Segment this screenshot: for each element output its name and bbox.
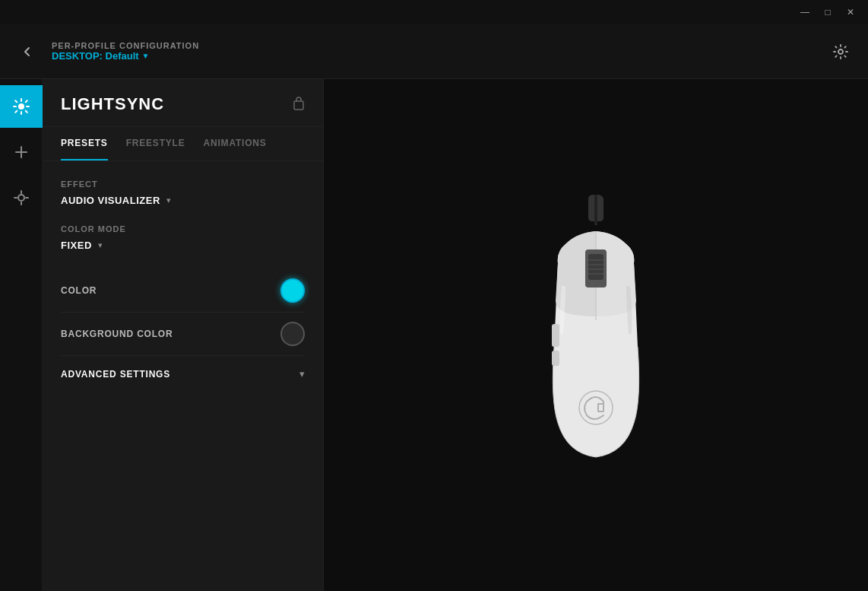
color-mode-arrow-icon: ▾: [98, 240, 103, 250]
panel-content: EFFECT AUDIO VISUALIZER ▾ COLOR MODE FIX…: [43, 161, 323, 591]
tab-freestyle[interactable]: FREESTYLE: [126, 127, 185, 160]
effect-label: EFFECT: [61, 180, 305, 189]
svg-point-0: [838, 49, 843, 54]
tabs: PRESETS FREESTYLE ANIMATIONS: [43, 127, 323, 161]
content: LIGHTSYNC PRESETS FREESTYLE ANIMATIONS E…: [0, 79, 868, 591]
chevron-down-icon: ▼: [142, 52, 150, 60]
effect-arrow-icon: ▾: [166, 195, 171, 205]
svg-rect-17: [552, 324, 559, 347]
color-label: COLOR: [61, 285, 97, 296]
color-mode-label: COLOR MODE: [61, 224, 305, 234]
app: PER-PROFILE CONFIGURATION DESKTOP: Defau…: [0, 24, 868, 591]
sidebar-item-dpi[interactable]: [0, 176, 43, 219]
icon-sidebar: [0, 79, 43, 591]
minimize-button[interactable]: —: [794, 5, 816, 20]
advanced-settings-row[interactable]: ADVANCED SETTINGS ▾: [61, 356, 305, 392]
header: PER-PROFILE CONFIGURATION DESKTOP: Defau…: [0, 24, 868, 79]
svg-rect-9: [294, 101, 303, 110]
color-row: COLOR: [61, 269, 305, 313]
profile-selector[interactable]: DESKTOP: Default ▼: [52, 50, 816, 62]
effect-dropdown[interactable]: AUDIO VISUALIZER ▾: [61, 195, 305, 206]
panel: LIGHTSYNC PRESETS FREESTYLE ANIMATIONS E…: [43, 79, 324, 591]
maximize-button[interactable]: □: [816, 5, 839, 20]
header-info: PER-PROFILE CONFIGURATION DESKTOP: Defau…: [52, 41, 816, 62]
background-color-swatch[interactable]: [280, 322, 305, 346]
svg-point-1: [18, 103, 24, 110]
color-mode-dropdown[interactable]: FIXED ▾: [61, 240, 305, 251]
main-view: [324, 79, 868, 591]
background-color-row: BACKGROUND COLOR: [61, 313, 305, 356]
titlebar: — □ ✕: [0, 0, 868, 24]
close-button[interactable]: ✕: [839, 5, 862, 20]
back-button[interactable]: [15, 40, 40, 64]
panel-title: LIGHTSYNC: [61, 94, 164, 114]
color-swatch[interactable]: [280, 278, 305, 303]
header-title: PER-PROFILE CONFIGURATION: [52, 41, 816, 50]
svg-point-4: [18, 195, 24, 201]
advanced-arrow-icon: ▾: [299, 368, 305, 380]
mouse-preview: [512, 195, 680, 476]
svg-rect-12: [588, 254, 603, 280]
settings-button[interactable]: [828, 40, 853, 64]
panel-header: LIGHTSYNC: [43, 79, 323, 127]
sidebar-item-add[interactable]: [0, 131, 43, 173]
effect-value: AUDIO VISUALIZER: [61, 195, 160, 206]
tab-animations[interactable]: ANIMATIONS: [204, 127, 267, 160]
profile-name: DESKTOP: Default: [52, 50, 139, 62]
advanced-label: ADVANCED SETTINGS: [61, 369, 170, 380]
color-mode-value: FIXED: [61, 240, 92, 251]
tab-presets[interactable]: PRESETS: [61, 127, 108, 160]
background-color-label: BACKGROUND COLOR: [61, 329, 173, 339]
sidebar-item-lightsync[interactable]: [0, 85, 43, 128]
lock-icon: [293, 95, 305, 113]
